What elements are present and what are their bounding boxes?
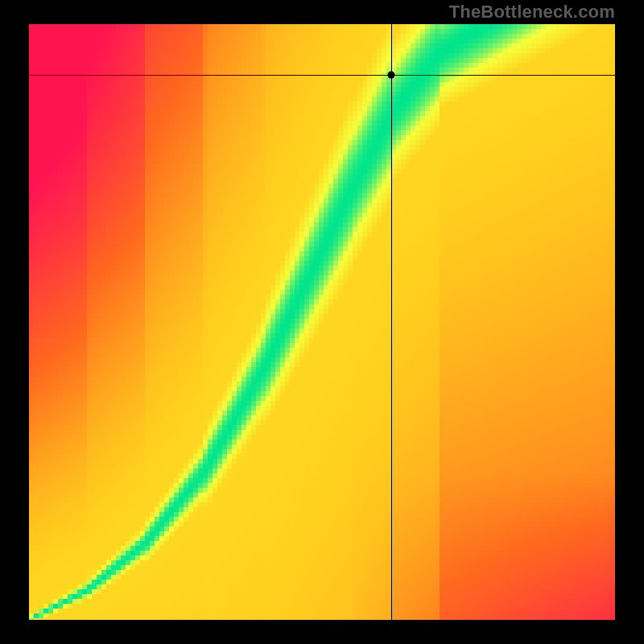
crosshair-vertical xyxy=(391,24,392,620)
crosshair-horizontal xyxy=(29,75,615,76)
watermark-text: TheBottleneck.com xyxy=(449,2,615,23)
heatmap-canvas xyxy=(29,24,615,620)
chart-frame xyxy=(29,24,615,620)
selection-marker xyxy=(387,71,394,78)
